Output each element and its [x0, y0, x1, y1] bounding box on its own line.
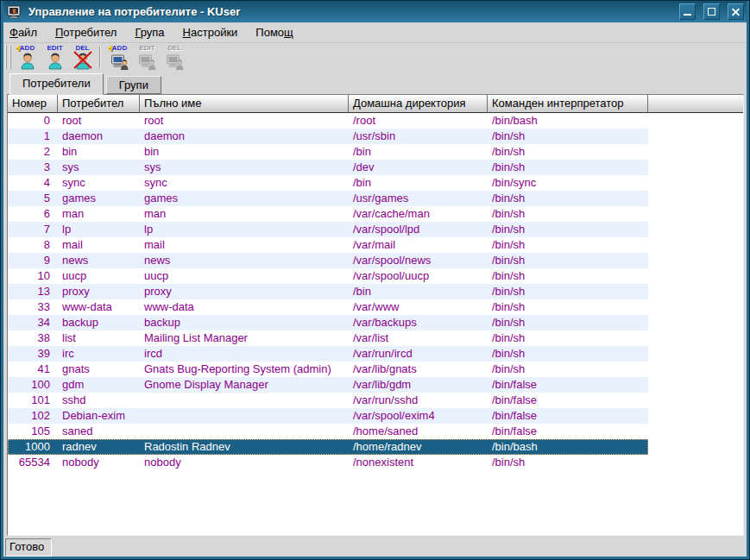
table-row[interactable]: 6 man man /var/cache/man /bin/sh: [8, 206, 648, 222]
cell-uid: 101: [8, 393, 58, 408]
cell-user: gnats: [58, 362, 140, 377]
cell-user: proxy: [58, 284, 140, 299]
add-group-button[interactable]: + ADD: [106, 44, 133, 71]
status-message: Готово: [5, 538, 52, 557]
cell-uid: 6: [8, 206, 58, 222]
red-x-icon: [72, 49, 93, 70]
cell-uid: 5: [8, 191, 58, 206]
table-row[interactable]: 9 news news /var/spool/news /bin/sh: [8, 253, 648, 268]
table-row[interactable]: 5 games games /usr/games /bin/sh: [8, 191, 648, 206]
table-row[interactable]: 8 mail mail /var/mail /bin/sh: [8, 237, 648, 253]
table-row[interactable]: 7 lp lp /var/spool/lpd /bin/sh: [8, 222, 648, 237]
delete-user-button[interactable]: DEL: [69, 44, 96, 71]
cell-home: /home/radnev: [349, 439, 488, 455]
cell-user: uucp: [58, 268, 140, 284]
group-delete-icon: [166, 51, 185, 70]
cell-uid: 41: [8, 362, 58, 377]
table-row[interactable]: 10 uucp uucp /var/spool/uucp /bin/sh: [8, 268, 648, 284]
toolbar-drag-handle[interactable]: [5, 46, 11, 69]
cell-full-name: man: [140, 206, 349, 222]
cell-shell: /bin/sync: [488, 175, 648, 191]
cell-full-name: news: [140, 253, 349, 268]
cell-home: /nonexistent: [349, 455, 488, 470]
column-header-home[interactable]: Домашна директория: [349, 95, 488, 113]
cell-full-name: Radostin Radnev: [140, 439, 349, 455]
kuser-window: Управление на потребителите - KUser Файл…: [0, 0, 750, 560]
cell-user: bin: [58, 144, 140, 160]
column-header-shell[interactable]: Команден интерпретатор: [488, 95, 648, 113]
column-header-full-name[interactable]: Пълно име: [140, 95, 349, 113]
window-title: Управление на потребителите - KUser: [28, 5, 671, 18]
titlebar[interactable]: Управление на потребителите - KUser: [3, 1, 747, 22]
cell-user: Debian-exim: [58, 408, 140, 424]
cell-uid: 7: [8, 222, 58, 237]
menu-settings[interactable]: Настройки: [183, 26, 238, 39]
cell-full-name: www-data: [140, 299, 349, 315]
column-header-user[interactable]: Потребител: [58, 95, 140, 113]
cell-home: /usr/sbin: [349, 129, 488, 144]
cell-full-name: proxy: [140, 284, 349, 299]
maximize-icon: [708, 8, 715, 16]
delete-group-button[interactable]: DEL: [161, 44, 188, 71]
table-row[interactable]: 100 gdm Gnome Display Manager /var/lib/g…: [8, 377, 648, 393]
edit-group-button[interactable]: EDIT: [134, 44, 161, 71]
cell-user: gdm: [58, 377, 140, 393]
cell-full-name: uucp: [140, 268, 349, 284]
cell-full-name: ircd: [140, 346, 349, 362]
menu-user[interactable]: Потребител: [55, 26, 117, 39]
cell-uid: 38: [8, 330, 58, 346]
cell-user: list: [58, 330, 140, 346]
table-row[interactable]: 1000 radnev Radostin Radnev /home/radnev…: [8, 439, 648, 455]
table-row[interactable]: 105 saned /home/saned /bin/false: [8, 424, 648, 439]
table-row[interactable]: 1 daemon daemon /usr/sbin /bin/sh: [8, 129, 648, 144]
tab-users[interactable]: Потребители: [9, 73, 104, 95]
cell-user: daemon: [58, 129, 140, 144]
minimize-button[interactable]: [679, 3, 696, 20]
table-row[interactable]: 102 Debian-exim /var/spool/exim4 /bin/fa…: [8, 408, 648, 424]
cell-full-name: [140, 408, 349, 424]
table-row[interactable]: 34 backup backup /var/backups /bin/sh: [8, 315, 648, 330]
table-row[interactable]: 4 sync sync /bin /bin/sync: [8, 175, 648, 191]
column-header-uid[interactable]: Номер: [8, 95, 58, 113]
table-row[interactable]: 38 list Mailing List Manager /var/list /…: [8, 330, 648, 346]
table-row[interactable]: 41 gnats Gnats Bug-Reporting System (adm…: [8, 362, 648, 377]
cell-shell: /bin/false: [488, 424, 648, 439]
cell-shell: /bin/sh: [488, 237, 648, 253]
cell-shell: /bin/sh: [488, 253, 648, 268]
table-row[interactable]: 0 root root /root /bin/bash: [8, 113, 648, 129]
cell-home: /bin: [349, 144, 488, 160]
cell-uid: 33: [8, 299, 58, 315]
cell-shell: /bin/sh: [488, 268, 648, 284]
cell-shell: /bin/false: [488, 377, 648, 393]
cell-uid: 39: [8, 346, 58, 362]
maximize-button[interactable]: [703, 3, 720, 20]
edit-user-button[interactable]: EDIT: [41, 44, 68, 71]
user-edit-icon: [46, 51, 65, 70]
user-add-icon: [18, 51, 37, 70]
cell-shell: /bin/false: [488, 408, 648, 424]
add-user-button[interactable]: + ADD: [14, 44, 41, 71]
close-button[interactable]: [728, 3, 744, 20]
cell-user: irc: [58, 346, 140, 362]
cell-user: backup: [58, 315, 140, 330]
cell-shell: /bin/sh: [488, 206, 648, 222]
tab-groups[interactable]: Групи: [106, 76, 161, 94]
cell-shell: /bin/sh: [488, 455, 648, 470]
table-row[interactable]: 33 www-data www-data /var/www /bin/sh: [8, 299, 648, 315]
cell-uid: 1000: [8, 439, 58, 455]
table-row[interactable]: 39 irc ircd /var/run/ircd /bin/sh: [8, 346, 648, 362]
menu-help[interactable]: Помощ: [255, 26, 293, 39]
table-row[interactable]: 65534 nobody nobody /nonexistent /bin/sh: [8, 455, 648, 470]
cell-uid: 65534: [8, 455, 58, 470]
menu-group[interactable]: Група: [135, 26, 164, 39]
cell-shell: /bin/false: [488, 393, 648, 408]
table-row[interactable]: 3 sys sys /dev /bin/sh: [8, 160, 648, 175]
table-row[interactable]: 101 sshd /var/run/sshd /bin/false: [8, 393, 648, 408]
table-row[interactable]: 2 bin bin /bin /bin/sh: [8, 144, 648, 160]
cell-home: /var/lib/gnats: [349, 362, 488, 377]
table-row[interactable]: 13 proxy proxy /bin /bin/sh: [8, 284, 648, 299]
cell-shell: /bin/sh: [488, 129, 648, 144]
cell-uid: 2: [8, 144, 58, 160]
menu-file[interactable]: Файл: [9, 26, 37, 39]
cell-user: radnev: [58, 439, 140, 455]
